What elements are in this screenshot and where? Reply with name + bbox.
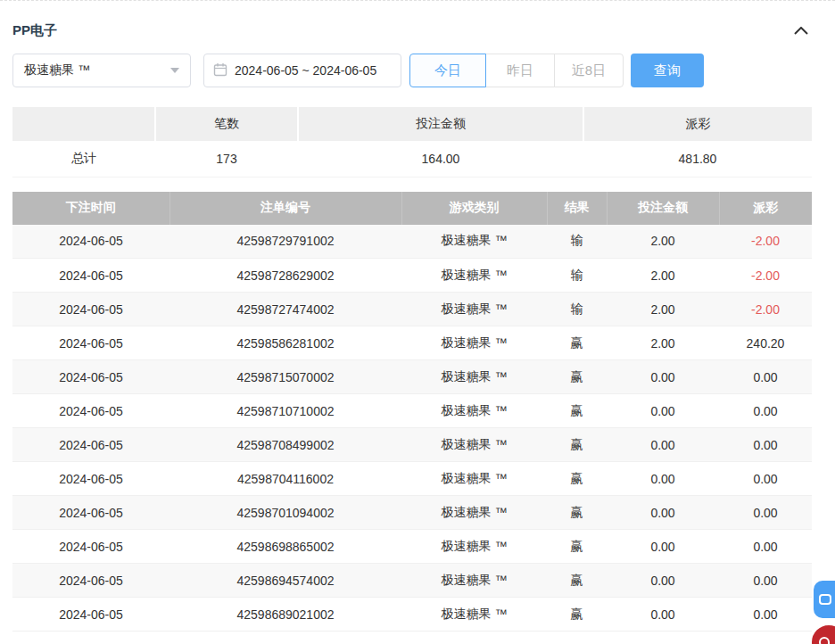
col-header-payout: 派彩 [719, 192, 812, 225]
bet-amount: 2.00 [607, 225, 719, 259]
summary-total-payout: 481.80 [583, 141, 812, 177]
summary-header-payout: 派彩 [583, 107, 812, 141]
date-range-input[interactable]: 2024-06-05 ~ 2024-06-05 [203, 54, 401, 87]
bet-amount: 2.00 [607, 326, 719, 360]
game-type: 极速糖果 ™ [401, 462, 547, 496]
payout: 0.00 [719, 598, 812, 632]
bet-amount: 0.00 [607, 394, 719, 428]
order-id: 42598708499002 [169, 428, 401, 462]
calendar-icon [213, 62, 227, 79]
bet-time: 2024-06-05 [12, 326, 169, 360]
bet-time: 2024-06-05 [12, 496, 169, 530]
order-id: 42598689021002 [169, 598, 401, 632]
result: 赢 [547, 530, 607, 564]
col-header-order-id: 注单编号 [169, 192, 401, 225]
payout: 0.00 [719, 530, 812, 564]
col-header-bet-time: 下注时间 [12, 192, 169, 225]
bet-amount: 0.00 [607, 564, 719, 598]
bet-time: 2024-06-05 [12, 293, 169, 326]
table-row: 2024-06-0542598708499002极速糖果 ™赢0.000.00 [12, 428, 812, 462]
table-row: 2024-06-0542598689021002极速糖果 ™赢0.000.00 [12, 598, 812, 632]
quick-range-group: 今日 昨日 近8日 [410, 54, 624, 87]
bet-amount: 2.00 [607, 259, 719, 293]
payout: -2.00 [719, 293, 812, 326]
order-id: 42598704116002 [169, 462, 401, 496]
game-type: 极速糖果 ™ [401, 428, 547, 462]
content: PP电子 极速糖果 ™ 2024-06-05 ~ 2024-06-05 今日 昨… [12, 1, 812, 632]
table-row: 2024-06-0542598729791002极速糖果 ™输2.00-2.00 [12, 225, 812, 259]
table-row: 2024-06-0542598728629002极速糖果 ™输2.00-2.00 [12, 259, 812, 293]
order-id: 42598727474002 [169, 293, 401, 326]
collapse-chevron-up-icon[interactable] [790, 23, 812, 38]
order-id: 42598586281002 [169, 326, 401, 360]
table-row: 2024-06-0542598710710002极速糖果 ™赢0.000.00 [12, 394, 812, 428]
summary-header-count: 笔数 [155, 107, 298, 141]
payout: 0.00 [719, 428, 812, 462]
summary-total-label: 总计 [12, 141, 155, 177]
payout: 0.00 [719, 360, 812, 394]
order-id: 42598694574002 [169, 564, 401, 598]
summary-total-count: 173 [155, 141, 298, 177]
chat-bubble-icon [819, 594, 831, 605]
yesterday-button[interactable]: 昨日 [485, 54, 555, 87]
table-row: 2024-06-0542598715070002极速糖果 ™赢0.000.00 [12, 360, 812, 394]
game-type: 极速糖果 ™ [401, 598, 547, 632]
table-row: 2024-06-0542598727474002极速糖果 ™输2.00-2.00 [12, 293, 812, 326]
result: 赢 [547, 428, 607, 462]
panel-header: PP电子 [12, 1, 812, 54]
result: 输 [547, 259, 607, 293]
result: 输 [547, 225, 607, 259]
payout: 240.20 [719, 326, 812, 360]
summary-total-row: 总计 173 164.00 481.80 [12, 141, 812, 177]
summary-header-bet-amount: 投注金额 [298, 107, 583, 141]
filter-bar: 极速糖果 ™ 2024-06-05 ~ 2024-06-05 今日 昨日 近8日… [12, 54, 812, 87]
order-id: 42598710710002 [169, 394, 401, 428]
order-id: 42598698865002 [169, 530, 401, 564]
result: 赢 [547, 326, 607, 360]
order-id: 42598728629002 [169, 259, 401, 293]
table-row: 2024-06-0542598704116002极速糖果 ™赢0.000.00 [12, 462, 812, 496]
bet-amount: 0.00 [607, 360, 719, 394]
game-type: 极速糖果 ™ [401, 530, 547, 564]
col-header-game-type: 游戏类别 [401, 192, 547, 225]
page: PP电子 极速糖果 ™ 2024-06-05 ~ 2024-06-05 今日 昨… [0, 0, 835, 644]
game-type: 极速糖果 ™ [401, 360, 547, 394]
bet-amount: 0.00 [607, 462, 719, 496]
table-row: 2024-06-0542598701094002极速糖果 ™赢0.000.00 [12, 496, 812, 530]
table-body: 2024-06-0542598729791002极速糖果 ™输2.00-2.00… [12, 225, 812, 632]
summary-header-blank [12, 107, 155, 141]
payout: -2.00 [719, 225, 812, 259]
table-row: 2024-06-0542598694574002极速糖果 ™赢0.000.00 [12, 564, 812, 598]
summary-table: 笔数 投注金额 派彩 总计 173 164.00 481.80 [12, 107, 812, 178]
bet-time: 2024-06-05 [12, 530, 169, 564]
result: 赢 [547, 496, 607, 530]
last-8-days-button[interactable]: 近8日 [554, 54, 624, 87]
date-range-value: 2024-06-05 ~ 2024-06-05 [235, 63, 376, 78]
floating-service-button[interactable] [810, 623, 835, 644]
result: 赢 [547, 462, 607, 496]
bet-amount: 0.00 [607, 496, 719, 530]
col-header-result: 结果 [547, 192, 607, 225]
result: 输 [547, 293, 607, 326]
order-id: 42598715070002 [169, 360, 401, 394]
bet-time: 2024-06-05 [12, 462, 169, 496]
today-button[interactable]: 今日 [409, 54, 486, 87]
bet-records-table: 下注时间 注单编号 游戏类别 结果 投注金额 派彩 2024-06-054259… [12, 192, 812, 632]
payout: 0.00 [719, 564, 812, 598]
summary-total-bet-amount: 164.00 [298, 141, 583, 177]
chevron-down-icon [170, 68, 179, 73]
game-type: 极速糖果 ™ [401, 259, 547, 293]
bet-time: 2024-06-05 [12, 564, 169, 598]
game-select[interactable]: 极速糖果 ™ [12, 54, 191, 87]
game-type: 极速糖果 ™ [401, 564, 547, 598]
bet-time: 2024-06-05 [12, 225, 169, 259]
table-row: 2024-06-0542598698865002极速糖果 ™赢0.000.00 [12, 530, 812, 564]
bet-amount: 0.00 [607, 530, 719, 564]
game-type: 极速糖果 ™ [401, 496, 547, 530]
floating-chat-button[interactable] [814, 581, 835, 618]
query-button[interactable]: 查询 [631, 54, 704, 87]
game-type: 极速糖果 ™ [401, 293, 547, 326]
table-header-row: 下注时间 注单编号 游戏类别 结果 投注金额 派彩 [12, 192, 812, 225]
table-row: 2024-06-0542598586281002极速糖果 ™赢2.00240.2… [12, 326, 812, 360]
game-type: 极速糖果 ™ [401, 225, 547, 259]
